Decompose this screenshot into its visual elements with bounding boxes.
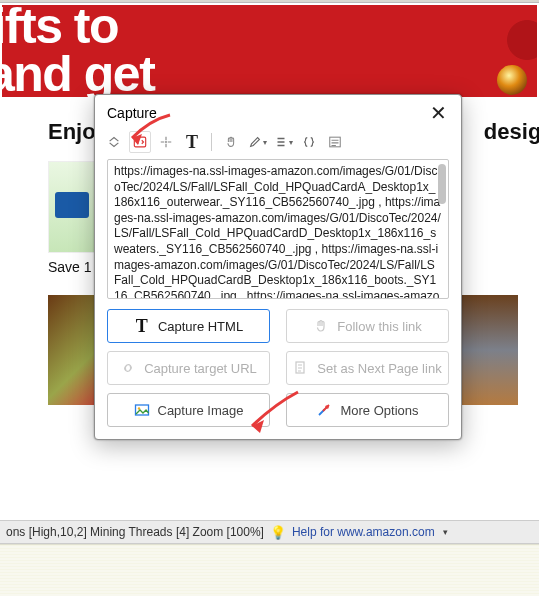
dropdown-icon[interactable]: ▾	[443, 527, 448, 537]
target-icon[interactable]	[155, 131, 177, 153]
capture-toolbar: T	[95, 125, 461, 157]
bottom-band	[0, 544, 539, 596]
image-icon	[134, 402, 150, 418]
decor-ornament	[497, 65, 527, 95]
status-text: ons [High,10,2] Mining Threads [4] Zoom …	[6, 525, 264, 539]
banner-text: h gifts to ve and get	[2, 5, 154, 97]
capture-url-button: Capture target URL	[107, 351, 270, 385]
status-bar: ons [High,10,2] Mining Threads [4] Zoom …	[0, 520, 539, 544]
tools-icon	[316, 402, 332, 418]
btn-label: Set as Next Page link	[317, 361, 441, 376]
btn-label: Capture target URL	[144, 361, 257, 376]
separator	[211, 133, 212, 151]
promo-banner: h gifts to ve and get	[2, 5, 537, 97]
hand-icon[interactable]	[220, 131, 242, 153]
dialog-titlebar: Capture ✕	[95, 95, 461, 125]
headline-right: designe	[484, 119, 539, 145]
hand-icon	[313, 318, 329, 334]
button-grid: T Capture HTML Follow this link Capture …	[95, 309, 461, 439]
capture-textarea[interactable]: https://images-na.ssl-images-amazon.com/…	[107, 159, 449, 299]
btn-label: Capture HTML	[158, 319, 243, 334]
capture-image-button[interactable]: Capture Image	[107, 393, 270, 427]
close-button[interactable]: ✕	[426, 101, 451, 125]
btn-label: More Options	[340, 403, 418, 418]
braces-icon[interactable]	[298, 131, 320, 153]
form-icon[interactable]	[324, 131, 346, 153]
help-link[interactable]: Help for www.amazon.com	[292, 525, 435, 539]
btn-label: Capture Image	[158, 403, 244, 418]
list-icon[interactable]	[272, 131, 294, 153]
pencil-icon[interactable]	[246, 131, 268, 153]
btn-label: Follow this link	[337, 319, 422, 334]
expand-icon[interactable]	[103, 131, 125, 153]
next-page-button: Set as Next Page link	[286, 351, 449, 385]
textarea-content: https://images-na.ssl-images-amazon.com/…	[114, 164, 441, 299]
text-icon[interactable]: T	[181, 131, 203, 153]
banner-line2: ve and get	[2, 46, 154, 98]
follow-link-button: Follow this link	[286, 309, 449, 343]
bulb-icon: 💡	[270, 525, 286, 540]
link-icon	[120, 360, 136, 376]
svg-point-1	[165, 141, 167, 143]
dialog-title: Capture	[107, 105, 157, 121]
capture-html-button[interactable]: T Capture HTML	[107, 309, 270, 343]
text-icon: T	[134, 318, 150, 334]
html-icon[interactable]	[129, 131, 151, 153]
scrollbar-thumb[interactable]	[438, 164, 446, 204]
more-options-button[interactable]: More Options	[286, 393, 449, 427]
page-icon	[293, 360, 309, 376]
capture-dialog: Capture ✕ T https://images-na.ssl	[94, 94, 462, 440]
